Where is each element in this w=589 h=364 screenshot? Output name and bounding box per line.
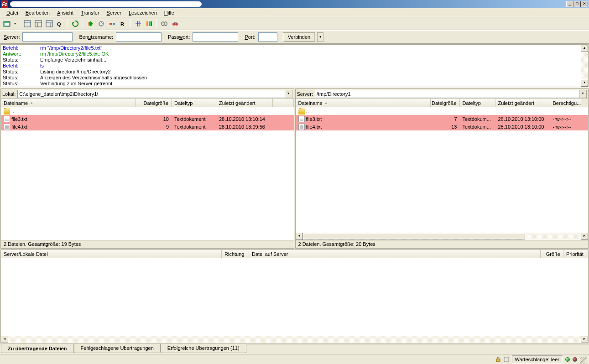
tab-failed[interactable]: Fehlgeschlagene Übertragungen: [74, 344, 161, 353]
remote-header-size[interactable]: Dateigröße: [431, 99, 460, 107]
log-scrollbar[interactable]: ▲ ▼: [581, 45, 588, 87]
menu-bookmarks[interactable]: Lesezeichen: [125, 9, 161, 16]
disconnect-icon[interactable]: [107, 19, 117, 29]
queue-header-remote[interactable]: Datei auf Server: [249, 250, 541, 258]
toggle-remote-tree-icon[interactable]: [44, 19, 54, 29]
activity-led-send-icon: [565, 357, 570, 362]
file-modified: 28.10.2010 13:09:56: [216, 124, 273, 130]
scroll-left-icon[interactable]: ◄: [1, 336, 8, 343]
file-row[interactable]: file4.txt13Textdokum...28.10.2010 13:10:…: [296, 123, 589, 130]
sort-asc-icon: ▲: [324, 101, 328, 105]
queue-header-size[interactable]: Größe: [541, 250, 563, 258]
local-path-dropdown[interactable]: ▼: [285, 90, 292, 98]
log-line: Status:Verbindung zum Server getrennt: [3, 81, 586, 87]
local-header-modified[interactable]: Zuletzt geändert: [216, 99, 273, 107]
file-row[interactable]: ..: [1, 107, 294, 115]
process-queue-icon[interactable]: [85, 19, 95, 29]
password-label: Passwort:: [168, 34, 190, 40]
menu-file[interactable]: Datei: [3, 9, 22, 16]
close-button[interactable]: ✕: [581, 1, 588, 7]
username-input[interactable]: [116, 32, 162, 42]
password-input[interactable]: [193, 32, 238, 42]
file-name: ..: [11, 109, 14, 114]
file-row[interactable]: ..: [296, 107, 589, 115]
local-headers: Dateiname▲ Dateigröße Dateityp Zuletzt g…: [1, 99, 294, 107]
queue-header-priority[interactable]: Priorität: [563, 250, 588, 258]
scroll-right-icon[interactable]: ►: [581, 233, 588, 240]
site-manager-dropdown[interactable]: ▼: [13, 19, 17, 29]
remote-path-input[interactable]: [315, 90, 579, 98]
svg-rect-31: [504, 357, 509, 362]
file-icon: [298, 124, 305, 130]
transfer-queue: Server/Lokale Datei Richtung Datei auf S…: [0, 250, 589, 343]
compare-icon[interactable]: [144, 19, 154, 29]
folder-icon: [4, 108, 10, 114]
menu-transfer[interactable]: Transfer: [77, 9, 103, 16]
queue-tabs: Zu übertragende Dateien Fehlgeschlagene …: [0, 344, 589, 354]
message-log[interactable]: Befehl:rm "/tmp/Directory2/file5.txt"Ant…: [0, 44, 589, 87]
maximize-button[interactable]: □: [573, 1, 581, 7]
server-input[interactable]: [22, 32, 73, 42]
remote-file-list[interactable]: ..file3.txt7Textdokum...28.10.2010 13:10…: [296, 107, 589, 233]
scroll-left-icon[interactable]: ◄: [296, 233, 303, 240]
refresh-icon[interactable]: [70, 19, 80, 29]
svg-rect-4: [35, 21, 42, 27]
minimize-button[interactable]: _: [566, 1, 573, 7]
file-type: Textdokum...: [460, 116, 495, 122]
local-header-name[interactable]: Dateiname▲: [1, 99, 136, 107]
file-row[interactable]: file3.txt7Textdokum...28.10.2010 13:10:0…: [296, 115, 589, 123]
connect-dropdown[interactable]: ▼: [317, 32, 323, 42]
queue-list[interactable]: [1, 258, 588, 336]
filter-icon[interactable]: [133, 19, 143, 29]
file-row[interactable]: file4.txt9Textdokument28.10.2010 13:09:5…: [1, 123, 294, 130]
remote-path-dropdown[interactable]: ▼: [579, 90, 587, 98]
toggle-queue-icon[interactable]: Q: [55, 19, 65, 29]
toggle-log-icon[interactable]: [22, 19, 32, 29]
tab-successful[interactable]: Erfolgreiche Übertragungen (11): [161, 344, 246, 353]
server-label: Server:: [4, 34, 20, 40]
remote-header-modified[interactable]: Zuletzt geändert: [495, 99, 550, 107]
cancel-icon[interactable]: [96, 19, 106, 29]
remote-hscrollbar[interactable]: ◄ ►: [296, 233, 589, 240]
local-header-type[interactable]: Dateityp: [172, 99, 216, 107]
port-input[interactable]: [258, 32, 277, 42]
menu-server[interactable]: Server: [103, 9, 125, 16]
file-modified: 28.10.2010 13:10:00: [495, 116, 550, 122]
file-name: file4.txt: [11, 124, 27, 130]
remote-status: 2 Dateien. Gesamtgröße: 20 Bytes: [296, 240, 589, 248]
menu-view[interactable]: Ansicht: [53, 9, 77, 16]
title-bar: Fz _ □ ✕: [0, 0, 589, 8]
tab-pending[interactable]: Zu übertragende Dateien: [1, 344, 74, 353]
local-header-size[interactable]: Dateigröße: [136, 99, 172, 107]
file-name: file3.txt: [306, 116, 322, 122]
toggle-local-tree-icon[interactable]: [33, 19, 43, 29]
file-row[interactable]: file3.txt10Textdokument28.10.2010 13:10:…: [1, 115, 294, 123]
file-type: Textdokum...: [460, 124, 495, 130]
scroll-down-icon[interactable]: ▼: [581, 79, 588, 87]
reconnect-icon[interactable]: R: [118, 19, 128, 29]
file-size: 10: [136, 116, 172, 122]
menu-help[interactable]: Hilfe: [161, 9, 178, 16]
local-status: 2 Dateien. Gesamtgröße: 19 Bytes: [1, 240, 294, 248]
site-manager-icon[interactable]: [2, 19, 12, 29]
sync-browse-icon[interactable]: [159, 19, 169, 29]
remote-header-name[interactable]: Dateiname▲: [296, 99, 431, 107]
menu-edit[interactable]: Bearbeiten: [22, 9, 53, 16]
remote-header-perm[interactable]: Berechtigu...: [550, 99, 581, 107]
local-path-input[interactable]: [17, 90, 285, 98]
svg-marker-13: [90, 21, 93, 26]
find-icon[interactable]: [170, 19, 180, 29]
connect-button[interactable]: Verbinden: [283, 32, 316, 42]
scroll-up-icon[interactable]: ▲: [581, 45, 588, 52]
status-bar: Warteschlange: leer: [0, 354, 589, 364]
resize-grip[interactable]: [580, 357, 587, 364]
queue-header-direction[interactable]: Richtung: [222, 250, 249, 258]
queue-header-local[interactable]: Server/Lokale Datei: [1, 250, 222, 258]
scroll-right-icon[interactable]: ►: [581, 336, 588, 343]
folder-icon: [298, 108, 305, 114]
file-icon: [298, 116, 305, 122]
svg-rect-17: [109, 23, 112, 25]
queue-hscrollbar[interactable]: ◄ ►: [1, 336, 588, 343]
remote-header-type[interactable]: Dateityp: [460, 99, 495, 107]
local-file-list[interactable]: ..file3.txt10Textdokument28.10.2010 13:1…: [1, 107, 294, 240]
